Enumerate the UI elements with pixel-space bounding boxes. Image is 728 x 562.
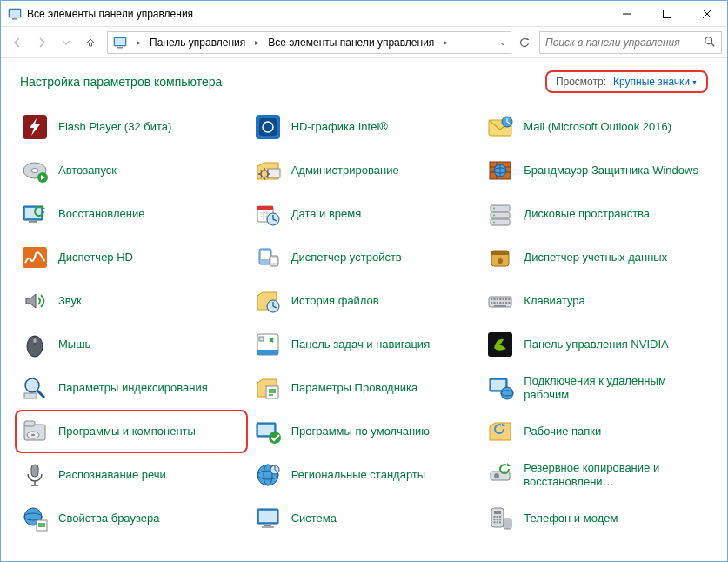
cp-item-label: Диспетчер учетных данных — [524, 251, 667, 264]
svg-rect-50 — [500, 298, 502, 300]
recent-locations-button[interactable] — [55, 31, 77, 54]
header-row: Настройка параметров компьютера Просмотр… — [1, 58, 727, 100]
system-icon — [8, 7, 22, 21]
cp-item-nvidia[interactable]: Панель управления NVIDIA — [480, 323, 713, 366]
cp-item-label: Панель управления NVIDIA — [524, 338, 668, 351]
cp-item-mail[interactable]: Mail (Microsoft Outlook 2016) — [480, 105, 713, 149]
svg-rect-54 — [491, 302, 492, 304]
explorer-icon — [253, 373, 283, 403]
items-grid: Flash Player (32 бита)HD-графика Intel®M… — [1, 100, 727, 540]
svg-rect-69 — [24, 393, 37, 398]
cp-item-label: Параметры Проводника — [291, 381, 418, 395]
svg-rect-58 — [503, 302, 504, 304]
cp-item-keyboard[interactable]: Клавиатура — [480, 279, 713, 323]
flash-icon — [20, 112, 50, 142]
cp-item-credmgr[interactable]: Диспетчер учетных данных — [480, 236, 713, 279]
cp-item-admin[interactable]: Администрирование — [248, 149, 481, 192]
cp-item-mouse[interactable]: Мышь — [15, 323, 248, 366]
svg-point-10 — [705, 37, 712, 43]
up-button[interactable] — [79, 31, 102, 54]
svg-rect-8 — [115, 38, 125, 45]
cp-item-backup[interactable]: Резервное копирование и восстановлени… — [480, 453, 713, 497]
chevron-down-icon[interactable]: ⌄ — [497, 37, 509, 47]
cp-item-inetopts[interactable]: Свойства браузера — [15, 497, 248, 540]
indexing-icon — [20, 373, 50, 403]
maximize-button[interactable] — [647, 1, 687, 27]
cp-item-label: Распознавание речи — [58, 468, 166, 482]
cp-item-intel[interactable]: HD-графика Intel® — [248, 105, 481, 149]
svg-rect-99 — [497, 516, 498, 518]
svg-rect-57 — [500, 302, 502, 304]
region-icon — [253, 460, 283, 490]
cp-item-hdmanager[interactable]: Диспетчер HD — [15, 236, 248, 279]
autoplay-icon — [20, 156, 50, 185]
cp-item-system[interactable]: Система — [248, 497, 481, 540]
hdmanager-icon — [20, 243, 50, 272]
cp-item-autoplay[interactable]: Автозапуск — [15, 149, 248, 192]
cp-item-storage[interactable]: Дисковые пространства — [480, 192, 713, 236]
cp-item-label: Рабочие папки — [524, 425, 601, 438]
cp-item-filehist[interactable]: История файлов — [248, 279, 481, 323]
forward-button[interactable] — [30, 31, 53, 54]
cp-item-label: Звук — [58, 294, 82, 308]
chevron-right-icon[interactable]: ▸ — [250, 37, 263, 47]
cp-item-flash[interactable]: Flash Player (32 бита) — [15, 105, 248, 149]
cp-item-defaults[interactable]: Программы по умолчанию — [248, 410, 481, 453]
cp-item-region[interactable]: Региональные стандарты — [248, 453, 481, 497]
cp-item-label: Дисковые пространства — [524, 207, 650, 221]
svg-rect-27 — [25, 208, 41, 218]
search-input[interactable] — [544, 36, 704, 50]
svg-point-35 — [493, 215, 495, 217]
cp-item-label: Автозапуск — [58, 164, 117, 177]
chevron-right-icon[interactable]: ▸ — [132, 37, 144, 47]
cp-item-programs[interactable]: Программы и компоненты — [15, 410, 248, 453]
breadcrumb-seg[interactable]: Панель управления — [146, 32, 249, 53]
cp-item-indexing[interactable]: Параметры индексирования — [15, 366, 248, 410]
page-heading: Настройка параметров компьютера — [20, 75, 545, 89]
view-selector[interactable]: Крупные значки ▼ — [613, 76, 698, 88]
cp-item-workfolders[interactable]: Рабочие папки — [480, 410, 713, 453]
svg-rect-101 — [494, 519, 496, 520]
filehist-icon — [253, 286, 283, 316]
chevron-right-icon[interactable]: ▸ — [439, 37, 451, 47]
svg-rect-56 — [497, 302, 498, 304]
svg-rect-97 — [494, 511, 501, 514]
svg-rect-66 — [259, 337, 264, 341]
cp-item-label: Дата и время — [291, 207, 362, 221]
datetime-icon — [253, 199, 283, 229]
svg-rect-59 — [505, 302, 507, 304]
close-button[interactable] — [687, 1, 727, 27]
cp-item-devmgr[interactable]: Диспетчер устройств — [248, 236, 481, 279]
cp-item-firewall[interactable]: Брандмауэр Защитника Windows — [480, 149, 713, 192]
breadcrumb-seg[interactable]: Все элементы панели управления — [264, 32, 437, 53]
svg-rect-53 — [509, 298, 511, 300]
cp-item-remote[interactable]: Подключения к удаленным рабочим — [480, 366, 713, 410]
cp-item-recovery[interactable]: Восстановление — [15, 192, 248, 236]
taskbar-icon — [253, 330, 283, 359]
cp-item-label: HD-графика Intel® — [291, 120, 388, 134]
svg-rect-94 — [264, 525, 271, 526]
cp-item-sound[interactable]: Звук — [15, 279, 248, 323]
svg-rect-41 — [271, 258, 277, 263]
cp-item-label: Система — [291, 512, 337, 525]
cp-item-phone[interactable]: Телефон и модем — [480, 497, 713, 540]
back-button[interactable] — [6, 31, 29, 54]
cp-item-explorer[interactable]: Параметры Проводника — [248, 366, 481, 410]
phone-icon — [485, 504, 515, 533]
minimize-button[interactable] — [607, 1, 647, 27]
cp-item-speech[interactable]: Распознавание речи — [15, 453, 248, 497]
cp-item-taskbar[interactable]: Панель задач и навигация — [248, 323, 481, 366]
cp-item-datetime[interactable]: Дата и время — [248, 192, 481, 236]
refresh-button[interactable] — [515, 33, 534, 52]
view-group: Просмотр: Крупные значки ▼ — [545, 70, 708, 93]
svg-rect-107 — [504, 519, 511, 529]
breadcrumb[interactable]: ▸ Панель управления ▸ Все элементы панел… — [107, 31, 511, 54]
svg-rect-29 — [257, 206, 273, 210]
svg-rect-60 — [509, 302, 511, 304]
search-icon[interactable] — [704, 36, 718, 50]
search-box[interactable] — [539, 31, 722, 54]
svg-point-19 — [31, 169, 38, 173]
mail-icon — [485, 112, 515, 142]
cp-item-label: Региональные стандарты — [291, 468, 425, 482]
storage-icon — [485, 199, 515, 229]
